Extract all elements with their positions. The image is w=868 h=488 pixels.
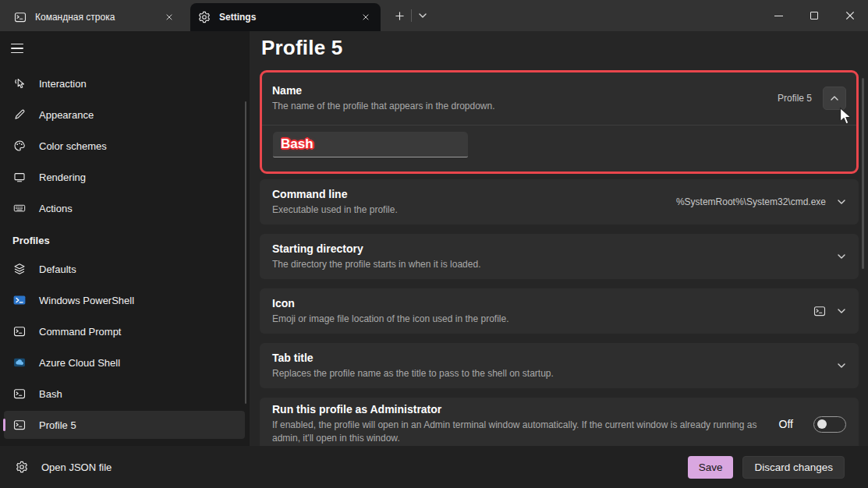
sidebar-item-interaction[interactable]: Interaction <box>4 69 245 97</box>
sidebar-item-label: Color schemes <box>39 140 107 152</box>
name-card: Name The name of the profile that appear… <box>260 70 859 174</box>
monitor-icon <box>13 171 26 183</box>
tab-label: Командная строка <box>35 12 161 23</box>
sidebar-item-windows-powershell[interactable]: Windows PowerShell <box>4 286 245 314</box>
discard-changes-button[interactable]: Discard changes <box>742 456 845 479</box>
chevron-up-icon <box>830 94 839 103</box>
toggle-state-label: Off <box>779 418 793 430</box>
content-scrollbar[interactable] <box>862 78 864 269</box>
sidebar-item-command-prompt[interactable]: Command Prompt <box>4 317 245 345</box>
name-card-text: Name The name of the profile that appear… <box>272 84 495 113</box>
sidebar-item-color-schemes[interactable]: Color schemes <box>4 132 245 160</box>
sidebar-item-label: Rendering <box>39 172 86 183</box>
close-button[interactable] <box>832 0 868 31</box>
name-card-header[interactable]: Name The name of the profile that appear… <box>262 72 856 124</box>
sidebar-item-label: Actions <box>39 203 73 214</box>
setting-title: Icon <box>272 297 509 309</box>
command-line-value: %SystemRoot%\System32\cmd.exe <box>676 196 826 207</box>
close-icon <box>165 13 173 21</box>
setting-title: Starting directory <box>272 242 480 255</box>
powershell-icon <box>13 294 26 306</box>
chevron-down-icon <box>418 11 427 20</box>
sidebar-item-appearance[interactable]: Appearance <box>4 101 245 129</box>
settings-content: Profile 5 Name The name of the profile t… <box>250 31 868 446</box>
maximize-icon <box>810 12 818 19</box>
setting-description: Replaces the profile name as the title t… <box>272 367 554 380</box>
sidebar-item-label: Profile 5 <box>39 419 76 431</box>
tabbar-separator <box>411 9 412 22</box>
command-line-card[interactable]: Command line Executable used in the prof… <box>260 179 859 225</box>
collapse-expander-button[interactable] <box>823 87 846 110</box>
sidebar-item-bash[interactable]: Bash <box>4 380 245 408</box>
sidebar-item-label: Defaults <box>39 263 76 275</box>
sidebar-item-profile-5[interactable]: Profile 5 <box>4 411 245 439</box>
cmd-window-icon <box>13 325 26 338</box>
setting-description: The name of the profile that appears in … <box>272 100 495 113</box>
cmd-window-icon <box>14 11 27 23</box>
gear-icon <box>16 461 28 473</box>
sidebar-item-actions[interactable]: Actions <box>4 194 245 222</box>
chevron-down-icon[interactable] <box>837 197 846 207</box>
tab-title-card[interactable]: Tab title Replaces the profile name as t… <box>260 343 859 388</box>
toggle-knob <box>817 419 827 429</box>
pointer-icon <box>13 77 26 90</box>
profile-name-input[interactable] <box>273 132 468 157</box>
gear-icon <box>198 11 211 23</box>
tab-close-button[interactable] <box>357 9 374 26</box>
sidebar-nav: Interaction Appearance Color schemes Ren… <box>0 69 250 439</box>
setting-title: Command line <box>272 188 398 200</box>
tab-label: Settings <box>219 12 357 23</box>
card-divider <box>262 125 856 126</box>
layers-icon <box>13 263 26 275</box>
admin-toggle-switch[interactable] <box>813 416 846 433</box>
icon-card[interactable]: Icon Emoji or image file location of the… <box>260 288 859 334</box>
run-as-administrator-card: Run this profile as Administrator If ena… <box>260 398 859 451</box>
setting-description: Emoji or image file location of the icon… <box>272 313 509 326</box>
settings-sidebar: Interaction Appearance Color schemes Ren… <box>0 31 250 446</box>
chevron-down-icon[interactable] <box>837 306 846 316</box>
minimize-button[interactable] <box>760 0 796 31</box>
profiles-section-header: Profiles <box>12 235 250 246</box>
tab-dropdown-button[interactable] <box>413 6 432 25</box>
sidebar-item-label: Azure Cloud Shell <box>39 357 120 369</box>
keyboard-icon <box>13 202 26 214</box>
icon-card-text: Icon Emoji or image file location of the… <box>272 297 509 326</box>
tab-command-prompt[interactable]: Командная строка <box>6 3 184 31</box>
setting-description: The directory the profile starts in when… <box>272 258 480 271</box>
sidebar-item-rendering[interactable]: Rendering <box>4 163 245 191</box>
maximize-button[interactable] <box>796 0 832 31</box>
window-controls <box>760 0 868 31</box>
azure-cloud-icon <box>13 356 26 369</box>
open-json-file-button[interactable]: Open JSON file <box>12 453 115 481</box>
starting-directory-text: Starting directory The directory the pro… <box>272 242 480 271</box>
cmd-window-icon <box>13 387 26 400</box>
save-button[interactable]: Save <box>688 456 734 479</box>
chevron-down-icon[interactable] <box>837 361 846 370</box>
setting-title: Name <box>272 84 495 97</box>
admin-card-text: Run this profile as Administrator If ena… <box>272 403 765 445</box>
tab-title-text: Tab title Replaces the profile name as t… <box>272 352 554 380</box>
title-bar: Командная строка Settings <box>0 0 868 31</box>
sidebar-item-label: Bash <box>39 388 62 400</box>
cmd-window-icon <box>13 419 26 431</box>
sidebar-scrollbar[interactable] <box>245 101 247 404</box>
plus-icon <box>395 11 405 21</box>
tab-settings[interactable]: Settings <box>190 3 381 31</box>
open-json-label: Open JSON file <box>41 461 112 473</box>
name-preview-value: Profile 5 <box>778 93 812 104</box>
chevron-down-icon[interactable] <box>837 252 846 261</box>
setting-description: Executable used in the profile. <box>272 203 398 217</box>
hamburger-menu-button[interactable] <box>11 41 27 55</box>
pen-icon <box>13 108 26 121</box>
sidebar-item-label: Command Prompt <box>39 326 121 338</box>
sidebar-item-azure-cloud-shell[interactable]: Azure Cloud Shell <box>4 348 245 377</box>
starting-directory-card[interactable]: Starting directory The directory the pro… <box>260 234 859 279</box>
new-tab-button[interactable] <box>388 6 410 25</box>
tab-close-button[interactable] <box>161 9 178 26</box>
close-icon <box>362 13 370 21</box>
sidebar-item-label: Interaction <box>39 78 87 90</box>
footer-buttons: Save Discard changes <box>688 456 845 479</box>
footer-bar: Open JSON file Save Discard changes <box>0 446 868 488</box>
sidebar-item-label: Windows PowerShell <box>39 295 134 306</box>
sidebar-item-defaults[interactable]: Defaults <box>4 255 245 283</box>
